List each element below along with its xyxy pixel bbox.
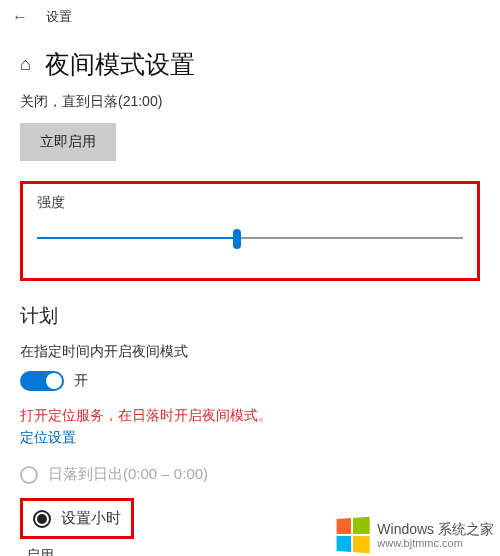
schedule-toggle-row: 开: [20, 371, 480, 391]
schedule-toggle[interactable]: [20, 371, 64, 391]
watermark: Windows 系统之家 www.bjtmmc.com: [335, 518, 494, 552]
location-warning: 打开定位服务，在日落时开启夜间模式。: [20, 407, 480, 425]
status-text: 关闭，直到日落(21:00): [20, 93, 480, 111]
schedule-description: 在指定时间内开启夜间模式: [20, 343, 480, 361]
location-settings-link[interactable]: 定位设置: [20, 429, 480, 447]
title-row: ⌂ 夜间模式设置: [0, 34, 500, 89]
radio-sunset-label: 日落到日出(0:00 – 0:00): [48, 465, 208, 484]
slider-track-filled: [37, 237, 237, 239]
radio-sethours-label: 设置小时: [61, 509, 121, 528]
windows-logo-icon: [337, 517, 370, 554]
toggle-knob: [46, 373, 62, 389]
page-title: 夜间模式设置: [45, 48, 195, 81]
settings-label[interactable]: 设置: [46, 8, 72, 26]
back-arrow-icon[interactable]: ←: [12, 8, 28, 26]
intensity-highlight-box: 强度: [20, 181, 480, 281]
toggle-label: 开: [74, 372, 88, 390]
sethours-highlight-box: 设置小时: [20, 498, 134, 539]
plan-section-title: 计划: [20, 303, 480, 329]
radio-row-sunset: 日落到日出(0:00 – 0:00): [20, 465, 480, 484]
slider-thumb[interactable]: [233, 229, 241, 249]
radio-sethours[interactable]: [33, 510, 51, 528]
watermark-text: Windows 系统之家 www.bjtmmc.com: [377, 521, 494, 550]
intensity-slider[interactable]: [37, 230, 463, 246]
enable-now-button[interactable]: 立即启用: [20, 123, 116, 161]
slider-track-empty: [237, 237, 463, 239]
intensity-label: 强度: [37, 194, 463, 212]
top-bar: ← 设置: [0, 0, 500, 34]
content-area: 关闭，直到日落(21:00) 立即启用 强度 计划 在指定时间内开启夜间模式 开…: [0, 89, 500, 556]
radio-sunset[interactable]: [20, 466, 38, 484]
home-icon[interactable]: ⌂: [20, 54, 31, 75]
